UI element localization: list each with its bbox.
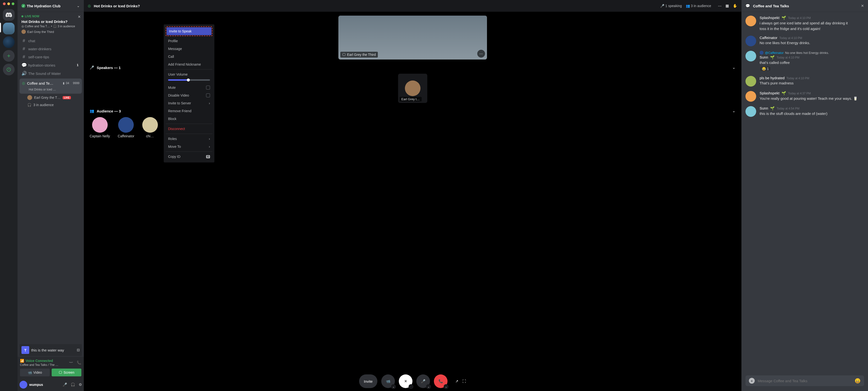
mic-toggle[interactable]: 🎤⌄: [416, 374, 430, 388]
explore-servers-button[interactable]: [3, 64, 14, 75]
live-audience: 3 in audience: [58, 25, 75, 28]
close-icon[interactable]: ✕: [861, 4, 864, 8]
chat-messages[interactable]: Splashspekt 🌱Today at 4:10 PMi always ge…: [742, 12, 868, 375]
highlighted-option: Invite to Speak: [166, 26, 212, 36]
invite-to-speak[interactable]: Invite to Speak: [167, 27, 212, 35]
message-input[interactable]: [757, 379, 852, 383]
message-author[interactable]: Caffeinator: [760, 36, 777, 40]
reply-reference[interactable]: @Caffeinator No one likes hot Energy dri…: [760, 51, 864, 55]
close-icon[interactable]: ⊟: [77, 348, 80, 352]
mic-icon: 🎤: [660, 4, 664, 8]
server-hydration-club[interactable]: [3, 23, 14, 34]
audience-member[interactable]: Captain Nelly: [90, 117, 110, 138]
voice-sub: Coffee and Tea Talks / The …: [20, 363, 58, 367]
message-author[interactable]: Splashspekt: [760, 16, 780, 20]
verified-icon: ✓: [22, 4, 25, 8]
disconnect-button[interactable]: 📞⌄: [434, 374, 447, 388]
video-button[interactable]: 📹Video: [20, 368, 50, 376]
checkbox[interactable]: [206, 86, 210, 89]
speaker-tile[interactable]: Earl Grey t…: [398, 74, 427, 103]
audience-member[interactable]: chi…: [142, 117, 158, 138]
move-to-option[interactable]: Move To›: [166, 143, 212, 150]
channel-sound-of-water[interactable]: 🔊The Sound of Water: [20, 69, 82, 78]
message-text: You're really good at pouring water! Tea…: [760, 96, 864, 101]
close-icon[interactable]: ✕: [78, 15, 81, 19]
channel-hydration-stories[interactable]: 💬hydration-stories1: [20, 61, 82, 69]
video-toggle[interactable]: 📹⌄: [381, 374, 395, 388]
avatar[interactable]: [745, 76, 756, 87]
server-2[interactable]: [3, 36, 14, 48]
grid-icon[interactable]: ▦: [725, 4, 729, 8]
stage-member-earl-grey[interactable]: Earl Grey the T… LIVE: [25, 94, 82, 102]
minimize-window[interactable]: [7, 2, 10, 5]
remove-friend-option[interactable]: Remove Friend: [166, 107, 212, 115]
attach-button[interactable]: +: [749, 378, 755, 384]
leave-stage-button[interactable]: ✕⌄: [399, 374, 412, 388]
disconnect-icon[interactable]: 📞: [77, 361, 81, 365]
message-author[interactable]: Sunn: [760, 106, 768, 110]
speaker-icon: 🔊: [22, 71, 26, 76]
invite-to-server-option[interactable]: Invite to Server›: [166, 99, 212, 107]
channel-water-drinkers[interactable]: #water-drinkers: [20, 45, 82, 53]
avatar[interactable]: [745, 16, 756, 26]
emoji-picker-icon[interactable]: 😄: [855, 378, 861, 384]
fullscreen-icon[interactable]: ⛶: [462, 379, 466, 384]
speaker-video-tile[interactable]: 🖵Earl Grey the Third ⋯: [338, 16, 487, 59]
more-icon[interactable]: ⋯: [718, 4, 721, 8]
user-avatar[interactable]: [20, 381, 27, 389]
server-header[interactable]: ✓The Hydration Club ⌄: [18, 0, 84, 12]
user-volume-slider[interactable]: [166, 78, 212, 84]
roles-option[interactable]: Roles›: [166, 135, 212, 143]
message-option[interactable]: Message: [166, 45, 212, 53]
popout-icon[interactable]: ↗: [455, 379, 459, 384]
now-playing-card[interactable]: T this is the water way ⊟: [20, 344, 82, 356]
disable-video-option[interactable]: Disable Video: [166, 91, 212, 99]
checkbox[interactable]: [206, 93, 210, 97]
channel-chat[interactable]: #chat: [20, 37, 82, 45]
message-text: No one likes hot Energy drinks.: [760, 40, 864, 45]
maximize-window[interactable]: [12, 2, 14, 5]
avatar[interactable]: [745, 91, 756, 102]
add-nickname-option[interactable]: Add Friend Nickname: [166, 60, 212, 68]
hand-icon[interactable]: ✋: [733, 4, 737, 8]
stage-header: ◎ Hot Drinks or Iced Drinks? 🎤 1 speakin…: [84, 0, 741, 12]
message-author[interactable]: Splashspekt: [760, 91, 780, 95]
message-author[interactable]: pls be hydrated: [760, 76, 785, 80]
channel-stage-coffee-tea[interactable]: ◎ Coffee and Te… ▮04 9999 Hot Drinks or …: [20, 79, 82, 94]
user-context-menu: Invite to Speak Profile Message Call Add…: [164, 24, 214, 163]
disconnect-option[interactable]: Disconnect: [166, 125, 212, 133]
audience-member[interactable]: Caffeinator: [118, 117, 134, 138]
deafen-icon[interactable]: 🎧: [71, 383, 75, 387]
settings-icon[interactable]: ⚙: [79, 383, 82, 387]
close-window[interactable]: [3, 2, 6, 5]
avatar[interactable]: [745, 36, 756, 46]
live-host: Earl Grey the Third: [27, 30, 54, 34]
mute-icon[interactable]: 🎤: [63, 383, 67, 387]
video-more-button[interactable]: ⋯: [477, 50, 485, 58]
noise-suppression-icon[interactable]: 〰: [69, 361, 73, 365]
now-playing-title: this is the water way: [31, 348, 64, 352]
chat-icon: 💬: [22, 62, 26, 68]
channel-self-care-tips[interactable]: #self-care-tips: [20, 53, 82, 61]
chat-input-area: + 😄: [742, 375, 868, 391]
host-avatar: [22, 29, 26, 34]
home-button[interactable]: [3, 9, 14, 21]
stage-audience-count[interactable]: 🎧 3 in audience: [25, 102, 82, 108]
profile-option[interactable]: Profile: [166, 37, 212, 45]
reaction[interactable]: 😂 1: [760, 66, 771, 72]
chevron-right-icon: ›: [209, 145, 210, 148]
mute-option[interactable]: Mute: [166, 84, 212, 91]
screen-share-button[interactable]: 🖵Screen: [52, 368, 81, 376]
message-author[interactable]: Sunn: [760, 55, 768, 59]
id-icon: ID: [206, 155, 210, 158]
block-option[interactable]: Block: [166, 115, 212, 123]
add-server-button[interactable]: +: [3, 50, 14, 62]
avatar[interactable]: [745, 51, 756, 61]
live-now-card[interactable]: ✕ LIVE NOW Hot Drinks or Iced Drinks? ◎C…: [18, 12, 84, 37]
call-option[interactable]: Call: [166, 53, 212, 60]
user-volume-label: User Volume: [166, 71, 212, 78]
user-name[interactable]: wumpus: [29, 383, 61, 387]
avatar[interactable]: [745, 106, 756, 117]
copy-id-option[interactable]: Copy IDID: [166, 153, 212, 161]
invite-button[interactable]: Invite: [359, 374, 378, 388]
